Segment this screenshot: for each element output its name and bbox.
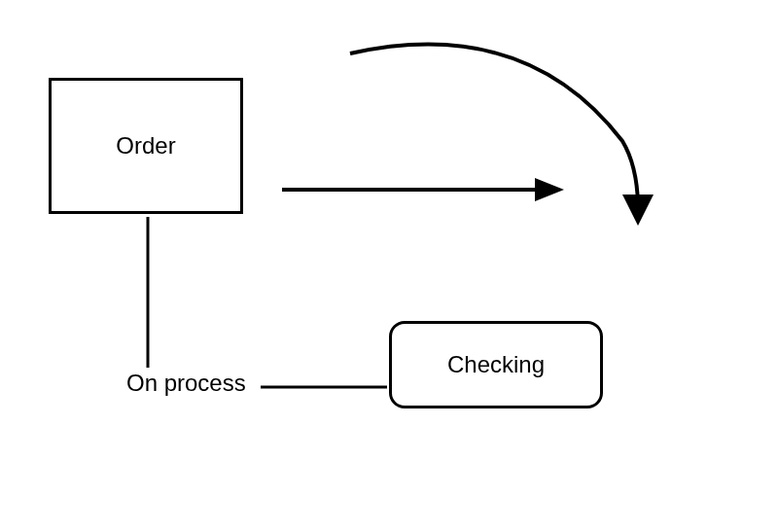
on-process-label: On process (126, 370, 246, 397)
checking-label: Checking (447, 351, 545, 378)
diagram-canvas: Order Checking On process (0, 0, 778, 532)
curved-arrow-head (622, 195, 654, 226)
order-label: Order (116, 132, 175, 160)
curved-arrow-path (350, 45, 638, 204)
arrow-horizontal-head (535, 178, 564, 201)
order-box: Order (49, 78, 243, 214)
checking-box: Checking (389, 321, 603, 408)
